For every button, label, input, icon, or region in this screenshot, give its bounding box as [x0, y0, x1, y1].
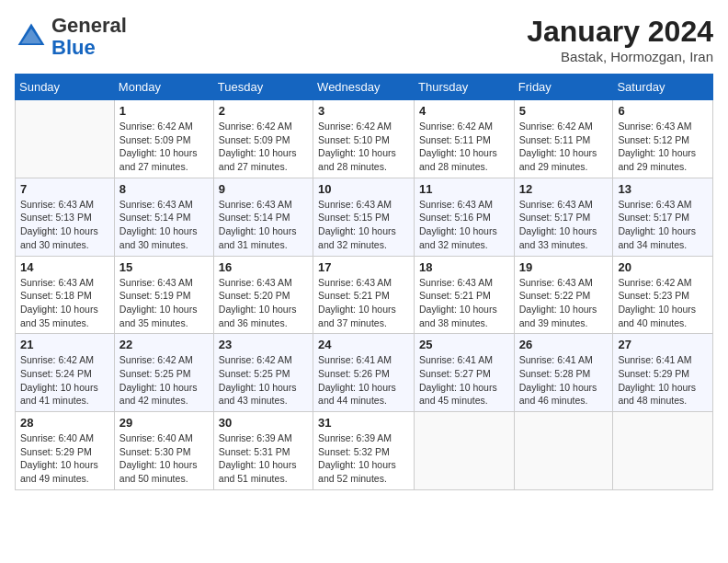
day-cell: 13Sunrise: 6:43 AM Sunset: 5:17 PM Dayli… — [613, 178, 713, 256]
logo-general: General — [51, 14, 127, 37]
day-cell: 30Sunrise: 6:39 AM Sunset: 5:31 PM Dayli… — [213, 412, 313, 490]
day-info: Sunrise: 6:43 AM Sunset: 5:13 PM Dayligh… — [20, 198, 109, 252]
logo-text: General Blue — [51, 15, 127, 59]
day-info: Sunrise: 6:40 AM Sunset: 5:30 PM Dayligh… — [119, 431, 209, 486]
day-number: 2 — [219, 104, 308, 118]
day-number: 13 — [618, 182, 708, 196]
day-number: 19 — [519, 260, 609, 274]
day-number: 31 — [318, 416, 409, 430]
day-cell: 7Sunrise: 6:43 AM Sunset: 5:13 PM Daylig… — [16, 178, 115, 256]
day-info: Sunrise: 6:42 AM Sunset: 5:11 PM Dayligh… — [419, 120, 509, 174]
day-cell: 11Sunrise: 6:43 AM Sunset: 5:16 PM Dayli… — [415, 178, 515, 256]
day-info: Sunrise: 6:43 AM Sunset: 5:12 PM Dayligh… — [618, 120, 708, 174]
day-cell: 28Sunrise: 6:40 AM Sunset: 5:29 PM Dayli… — [16, 412, 115, 490]
day-number: 16 — [219, 260, 308, 274]
day-number: 30 — [219, 416, 308, 430]
day-number: 20 — [618, 260, 708, 274]
day-number: 3 — [318, 104, 409, 118]
day-info: Sunrise: 6:42 AM Sunset: 5:23 PM Dayligh… — [618, 276, 708, 330]
calendar-title: January 2024 — [527, 15, 713, 49]
day-number: 29 — [119, 416, 209, 430]
logo: General Blue — [15, 15, 127, 59]
day-number: 25 — [419, 338, 509, 351]
day-info: Sunrise: 6:41 AM Sunset: 5:28 PM Dayligh… — [519, 353, 609, 408]
day-cell: 17Sunrise: 6:43 AM Sunset: 5:21 PM Dayli… — [313, 256, 415, 334]
day-number: 17 — [318, 260, 409, 274]
day-cell: 16Sunrise: 6:43 AM Sunset: 5:20 PM Dayli… — [213, 256, 313, 334]
header-sunday: Sunday — [16, 75, 115, 100]
week-row-3: 21Sunrise: 6:42 AM Sunset: 5:24 PM Dayli… — [16, 334, 713, 412]
day-cell: 14Sunrise: 6:43 AM Sunset: 5:18 PM Dayli… — [16, 256, 115, 334]
day-number: 27 — [618, 338, 708, 351]
header-saturday: Saturday — [613, 75, 713, 100]
day-number: 22 — [119, 338, 209, 351]
day-cell: 18Sunrise: 6:43 AM Sunset: 5:21 PM Dayli… — [415, 256, 515, 334]
header-thursday: Thursday — [415, 75, 515, 100]
day-cell — [16, 100, 115, 178]
day-info: Sunrise: 6:43 AM Sunset: 5:16 PM Dayligh… — [419, 198, 509, 252]
day-info: Sunrise: 6:43 AM Sunset: 5:17 PM Dayligh… — [618, 198, 708, 252]
day-number: 12 — [519, 182, 609, 196]
day-number: 10 — [318, 182, 409, 196]
day-number: 18 — [419, 260, 509, 274]
header-wednesday: Wednesday — [313, 75, 415, 100]
day-cell: 3Sunrise: 6:42 AM Sunset: 5:10 PM Daylig… — [313, 100, 415, 178]
header-tuesday: Tuesday — [213, 75, 313, 100]
day-info: Sunrise: 6:42 AM Sunset: 5:09 PM Dayligh… — [119, 120, 209, 174]
day-number: 7 — [20, 182, 109, 196]
day-cell: 15Sunrise: 6:43 AM Sunset: 5:19 PM Dayli… — [114, 256, 213, 334]
day-cell: 12Sunrise: 6:43 AM Sunset: 5:17 PM Dayli… — [514, 178, 613, 256]
day-number: 26 — [519, 338, 609, 351]
day-cell: 10Sunrise: 6:43 AM Sunset: 5:15 PM Dayli… — [313, 178, 415, 256]
day-info: Sunrise: 6:43 AM Sunset: 5:21 PM Dayligh… — [419, 276, 509, 330]
day-number: 14 — [20, 260, 109, 274]
day-info: Sunrise: 6:43 AM Sunset: 5:14 PM Dayligh… — [219, 198, 308, 252]
title-block: January 2024 Bastak, Hormozgan, Iran — [527, 15, 713, 64]
day-cell: 29Sunrise: 6:40 AM Sunset: 5:30 PM Dayli… — [114, 412, 213, 490]
day-cell: 19Sunrise: 6:43 AM Sunset: 5:22 PM Dayli… — [514, 256, 613, 334]
day-info: Sunrise: 6:41 AM Sunset: 5:29 PM Dayligh… — [618, 353, 708, 408]
week-row-4: 28Sunrise: 6:40 AM Sunset: 5:29 PM Dayli… — [16, 412, 713, 490]
day-info: Sunrise: 6:43 AM Sunset: 5:18 PM Dayligh… — [20, 276, 109, 330]
day-cell: 26Sunrise: 6:41 AM Sunset: 5:28 PM Dayli… — [514, 334, 613, 412]
day-cell: 23Sunrise: 6:42 AM Sunset: 5:25 PM Dayli… — [213, 334, 313, 412]
day-number: 21 — [20, 338, 109, 351]
day-info: Sunrise: 6:42 AM Sunset: 5:24 PM Dayligh… — [20, 353, 109, 408]
day-info: Sunrise: 6:39 AM Sunset: 5:31 PM Dayligh… — [219, 431, 308, 486]
day-info: Sunrise: 6:42 AM Sunset: 5:25 PM Dayligh… — [119, 353, 209, 408]
day-info: Sunrise: 6:43 AM Sunset: 5:20 PM Dayligh… — [219, 276, 308, 330]
day-number: 28 — [20, 416, 109, 430]
day-cell: 6Sunrise: 6:43 AM Sunset: 5:12 PM Daylig… — [613, 100, 713, 178]
day-info: Sunrise: 6:42 AM Sunset: 5:09 PM Dayligh… — [219, 120, 308, 174]
day-cell: 31Sunrise: 6:39 AM Sunset: 5:32 PM Dayli… — [313, 412, 415, 490]
day-number: 11 — [419, 182, 509, 196]
day-info: Sunrise: 6:42 AM Sunset: 5:25 PM Dayligh… — [219, 353, 308, 408]
day-cell: 1Sunrise: 6:42 AM Sunset: 5:09 PM Daylig… — [114, 100, 213, 178]
day-number: 1 — [119, 104, 209, 118]
day-cell: 2Sunrise: 6:42 AM Sunset: 5:09 PM Daylig… — [213, 100, 313, 178]
day-number: 6 — [618, 104, 708, 118]
day-info: Sunrise: 6:43 AM Sunset: 5:22 PM Dayligh… — [519, 276, 609, 330]
day-cell: 27Sunrise: 6:41 AM Sunset: 5:29 PM Dayli… — [613, 334, 713, 412]
day-cell: 20Sunrise: 6:42 AM Sunset: 5:23 PM Dayli… — [613, 256, 713, 334]
day-cell: 22Sunrise: 6:42 AM Sunset: 5:25 PM Dayli… — [114, 334, 213, 412]
day-number: 24 — [318, 338, 409, 351]
calendar-subtitle: Bastak, Hormozgan, Iran — [527, 49, 713, 64]
week-row-0: 1Sunrise: 6:42 AM Sunset: 5:09 PM Daylig… — [16, 100, 713, 178]
day-cell — [415, 412, 515, 490]
day-cell: 24Sunrise: 6:41 AM Sunset: 5:26 PM Dayli… — [313, 334, 415, 412]
day-info: Sunrise: 6:43 AM Sunset: 5:15 PM Dayligh… — [318, 198, 409, 252]
logo-blue: Blue — [51, 36, 96, 59]
day-cell: 9Sunrise: 6:43 AM Sunset: 5:14 PM Daylig… — [213, 178, 313, 256]
day-cell: 5Sunrise: 6:42 AM Sunset: 5:11 PM Daylig… — [514, 100, 613, 178]
day-info: Sunrise: 6:43 AM Sunset: 5:19 PM Dayligh… — [119, 276, 209, 330]
day-info: Sunrise: 6:43 AM Sunset: 5:21 PM Dayligh… — [318, 276, 409, 330]
day-cell: 25Sunrise: 6:41 AM Sunset: 5:27 PM Dayli… — [415, 334, 515, 412]
calendar-table: SundayMondayTuesdayWednesdayThursdayFrid… — [15, 74, 713, 490]
day-info: Sunrise: 6:39 AM Sunset: 5:32 PM Dayligh… — [318, 431, 409, 486]
day-cell: 4Sunrise: 6:42 AM Sunset: 5:11 PM Daylig… — [415, 100, 515, 178]
day-number: 5 — [519, 104, 609, 118]
day-cell — [613, 412, 713, 490]
day-cell — [514, 412, 613, 490]
day-number: 8 — [119, 182, 209, 196]
